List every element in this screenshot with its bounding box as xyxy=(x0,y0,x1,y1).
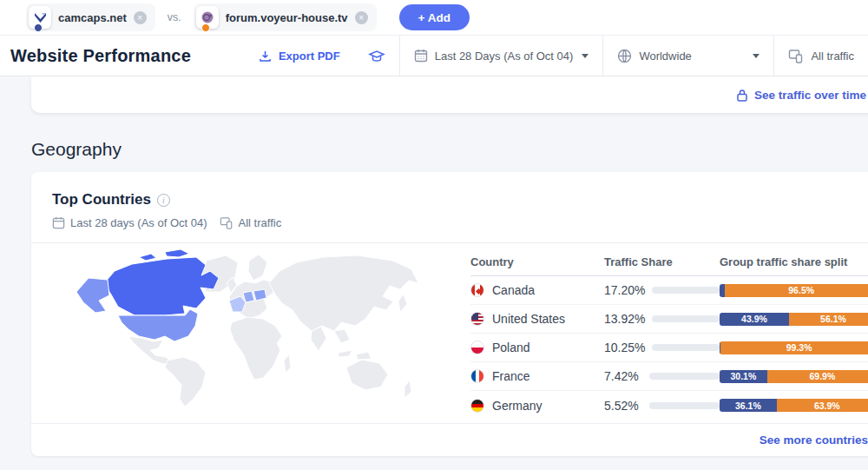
group-split-bar: 30.1% 69.9% xyxy=(720,370,868,383)
lock-icon xyxy=(736,89,748,102)
globe-icon xyxy=(617,49,632,63)
site2-label: forum.voyeur-house.tv xyxy=(226,11,348,24)
previous-section-card: See traffic over time xyxy=(31,76,868,113)
split-site1: 43.9% xyxy=(720,313,789,326)
camcaps-logo-icon xyxy=(34,12,47,23)
export-pdf-label: Export PDF xyxy=(279,50,340,63)
table-header-row: Country Traffic Share Group traffic shar… xyxy=(470,250,868,276)
map-india xyxy=(311,327,326,351)
academy-button[interactable] xyxy=(354,36,399,76)
united-states-flag-icon xyxy=(470,312,484,326)
traffic-share-value: 17.20% xyxy=(604,283,645,297)
split-site2: 56.1% xyxy=(789,313,868,326)
country-name: Canada xyxy=(492,283,535,297)
traffic-filter-dropdown[interactable]: All traffic xyxy=(774,36,868,76)
column-header-country: Country xyxy=(470,255,604,268)
group-split-bar: 99.3% xyxy=(720,341,868,354)
column-header-split: Group traffic share split xyxy=(720,255,868,268)
traffic-share-bar xyxy=(649,402,720,409)
map-africa xyxy=(230,317,282,380)
country-name: United States xyxy=(492,312,565,326)
split-site1: 36.1% xyxy=(720,399,777,412)
site-chip-camcaps[interactable]: camcaps.net × xyxy=(26,3,155,31)
poland-flag-icon xyxy=(470,341,484,354)
card-date-label: Last 28 days (As of Oct 04) xyxy=(70,216,207,229)
top-countries-header: Top Countries i Last 28 days (As of Oct … xyxy=(31,172,868,242)
split-site2: 96.5% xyxy=(725,284,868,297)
vs-label: vs. xyxy=(168,11,181,23)
map-se-asia xyxy=(334,329,350,343)
site1-label: camcaps.net xyxy=(58,11,127,24)
export-pdf-button[interactable]: Export PDF xyxy=(245,36,354,76)
column-header-traffic-share: Traffic Share xyxy=(604,255,720,268)
map-scandinavia xyxy=(248,255,267,281)
see-traffic-over-time-label: See traffic over time xyxy=(754,89,866,102)
traffic-share-value: 10.25% xyxy=(604,341,645,354)
germany-flag-icon xyxy=(470,399,484,413)
table-row: Germany 5.52% 36.1% 63.9% xyxy=(470,391,868,420)
traffic-share-bar xyxy=(652,287,720,294)
country-name: Poland xyxy=(492,341,530,354)
split-site2: 69.9% xyxy=(767,370,868,383)
group-split-bar: 36.1% 63.9% xyxy=(720,399,868,412)
page-title: Website Performance xyxy=(10,46,191,66)
geography-section-title: Geography xyxy=(31,139,868,160)
top-countries-table: Country Traffic Share Group traffic shar… xyxy=(470,250,868,420)
map-poland[interactable] xyxy=(253,289,266,301)
download-icon xyxy=(259,50,272,63)
devices-icon xyxy=(788,49,804,63)
site2-color-dot xyxy=(201,23,210,32)
header-controls: Export PDF Last 28 Days (As of Oct 04) xyxy=(245,36,868,76)
voyeur-house-favicon xyxy=(196,6,219,29)
table-row: Poland 10.25% 99.3% xyxy=(470,334,868,362)
group-split-bar: 43.9% 56.1% xyxy=(720,313,868,326)
close-icon[interactable]: × xyxy=(355,11,368,24)
chevron-down-icon xyxy=(582,54,589,58)
chevron-down-icon xyxy=(753,54,760,58)
page-header: Website Performance Export PDF Last 28 D… xyxy=(0,36,868,76)
group-split-bar: 96.5% xyxy=(720,284,868,297)
map-alaska[interactable] xyxy=(76,278,109,313)
map-japan xyxy=(398,295,407,312)
info-icon[interactable]: i xyxy=(157,194,170,207)
date-range-dropdown[interactable]: Last 28 Days (As of Oct 04) xyxy=(400,36,603,76)
traffic-filter-label: All traffic xyxy=(811,50,854,63)
see-traffic-over-time-link[interactable]: See traffic over time xyxy=(736,89,866,102)
calendar-icon xyxy=(414,49,428,63)
split-site2: 63.9% xyxy=(777,399,868,412)
map-mexico xyxy=(128,336,172,364)
traffic-share-bar xyxy=(652,315,720,322)
add-site-button[interactable]: + Add xyxy=(399,4,470,30)
traffic-share-bar xyxy=(649,373,720,380)
map-asia xyxy=(269,255,418,331)
calendar-icon xyxy=(52,216,65,229)
table-row: France 7.42% 30.1% 69.9% xyxy=(470,362,868,391)
site1-color-dot xyxy=(34,23,43,32)
traffic-share-value: 13.92% xyxy=(604,312,645,326)
close-icon[interactable]: × xyxy=(134,11,147,24)
see-more-countries-link[interactable]: See more countries xyxy=(760,434,868,447)
region-label: Worldwide xyxy=(639,50,691,63)
map-canada[interactable] xyxy=(104,257,219,315)
map-madagascar xyxy=(284,354,291,373)
card-traffic-label: All traffic xyxy=(239,216,282,229)
table-row: United States 13.92% 43.9% 56.1% xyxy=(470,305,868,334)
map-south-america xyxy=(165,357,206,407)
traffic-share-value: 5.52% xyxy=(604,399,642,413)
country-name: Germany xyxy=(492,399,542,413)
split-site1: 30.1% xyxy=(720,370,767,383)
top-countries-card: Top Countries i Last 28 days (As of Oct … xyxy=(31,172,868,456)
world-map[interactable] xyxy=(35,245,446,415)
devices-icon xyxy=(220,216,233,229)
table-row: Canada 17.20% 96.5% xyxy=(470,276,868,305)
camcaps-favicon xyxy=(29,6,51,29)
voyeur-house-logo-icon xyxy=(201,10,214,24)
region-dropdown[interactable]: Worldwide xyxy=(603,36,773,76)
map-indonesia xyxy=(339,350,372,360)
date-range-label: Last 28 Days (As of Oct 04) xyxy=(435,50,574,63)
map-germany[interactable] xyxy=(243,291,254,302)
map-australia xyxy=(346,360,388,390)
country-name: France xyxy=(492,369,530,383)
academy-cap-icon xyxy=(368,49,385,63)
site-chip-voyeur-house[interactable]: forum.voyeur-house.tv × xyxy=(194,3,377,31)
